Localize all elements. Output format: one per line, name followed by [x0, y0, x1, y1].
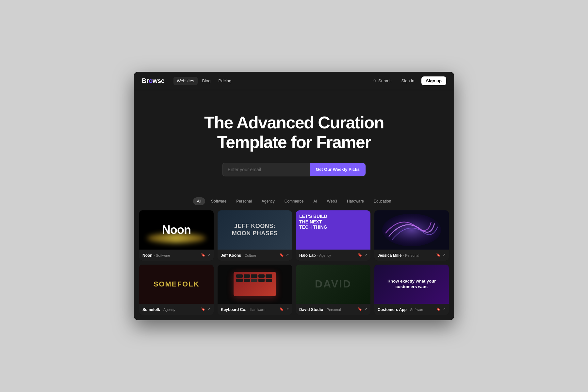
card-title-noon: Noon — [142, 253, 153, 258]
filter-web3[interactable]: Web3 — [323, 197, 341, 205]
card-title-jeffkoons: Jeff Koons — [221, 253, 241, 258]
signup-button[interactable]: Sign up — [421, 76, 446, 85]
email-input[interactable] — [222, 163, 310, 176]
card-thumb-jessica — [374, 210, 449, 250]
card-footer-jessica: Jessica Mille · Personal 🔖 ↗ — [374, 250, 449, 261]
card-title-keyboard: Keyboard Co. — [221, 307, 246, 312]
submit-button[interactable]: ✈ Submit — [371, 77, 394, 85]
card-category-somefolk: · Agency — [161, 308, 175, 312]
card-info-somefolk: Somefolk · Agency — [142, 306, 175, 312]
bookmark-icon-somefolk[interactable]: 🔖 — [201, 307, 205, 311]
card-info-customers: Customers App · Software — [378, 306, 424, 312]
bookmark-icon-keyboard[interactable]: 🔖 — [279, 307, 284, 311]
browser-window: Browse Websites Blog Pricing ✈ Submit Si… — [134, 72, 454, 320]
card-info-jessica: Jessica Mille · Personal — [378, 252, 419, 258]
card-info-jeffkoons: Jeff Koons · Culture — [221, 252, 256, 258]
card-actions-customers: 🔖 ↗ — [436, 307, 446, 311]
card-title-jessica: Jessica Mille — [378, 253, 401, 258]
card-title-halolab: Halo Lab — [299, 253, 316, 258]
customers-title-text: Know exactly what your customers want — [378, 279, 446, 290]
hero-title: The Advanced Curation Template for Frame… — [142, 113, 446, 152]
card-noon[interactable]: Noon Noon · Software 🔖 ↗ — [139, 210, 214, 261]
filter-all[interactable]: All — [193, 197, 205, 205]
card-thumb-noon: Noon — [139, 210, 214, 250]
noon-title-text: Noon — [162, 223, 191, 237]
nav-links: Websites Blog Pricing — [173, 77, 371, 85]
card-thumb-david: DAVID — [296, 265, 370, 304]
card-thumb-somefolk: SOMEFOLK — [139, 265, 214, 304]
external-link-icon-jeffkoons[interactable]: ↗ — [286, 253, 289, 257]
card-footer-keyboard: Keyboard Co. · Hardware 🔖 ↗ — [218, 304, 292, 315]
card-thumb-customers: Know exactly what your customers want — [374, 265, 449, 304]
submit-label: Submit — [378, 78, 391, 83]
external-link-icon-halolab[interactable]: ↗ — [364, 253, 367, 257]
card-david[interactable]: DAVID David Studio · Personal 🔖 ↗ — [296, 265, 370, 315]
bookmark-icon-david[interactable]: 🔖 — [358, 307, 362, 311]
card-grid: Noon Noon · Software 🔖 ↗ JEFF KOONS:MOON… — [134, 210, 454, 320]
card-actions-noon: 🔖 ↗ — [201, 253, 210, 257]
jeffkoons-title-text: JEFF KOONS:MOON PHASES — [232, 223, 278, 237]
card-footer-jeffkoons: Jeff Koons · Culture 🔖 ↗ — [218, 250, 292, 261]
card-info-david: David Studio · Personal — [299, 306, 341, 312]
signin-button[interactable]: Sign in — [398, 77, 418, 85]
filter-software[interactable]: Software — [207, 197, 230, 205]
card-customers[interactable]: Know exactly what your customers want Cu… — [374, 265, 449, 315]
card-actions-somefolk: 🔖 ↗ — [201, 307, 210, 311]
external-link-icon-jessica[interactable]: ↗ — [443, 253, 446, 257]
card-somefolk[interactable]: SOMEFOLK Somefolk · Agency 🔖 ↗ — [139, 265, 214, 315]
card-actions-jeffkoons: 🔖 ↗ — [279, 253, 289, 257]
nav-pricing[interactable]: Pricing — [215, 77, 235, 85]
david-title-text: DAVID — [315, 278, 351, 290]
card-title-somefolk: Somefolk — [142, 307, 160, 312]
card-info-keyboard: Keyboard Co. · Hardware — [221, 306, 265, 312]
navbar: Browse Websites Blog Pricing ✈ Submit Si… — [134, 72, 454, 90]
bookmark-icon-halolab[interactable]: 🔖 — [358, 253, 362, 257]
card-thumb-jeffkoons: JEFF KOONS:MOON PHASES — [218, 210, 292, 250]
card-actions-david: 🔖 ↗ — [358, 307, 367, 311]
card-actions-halolab: 🔖 ↗ — [358, 253, 367, 257]
email-form: Get Our Weekly Picks — [222, 163, 366, 176]
card-footer-customers: Customers App · Software 🔖 ↗ — [374, 304, 449, 315]
filter-ai[interactable]: AI — [309, 197, 321, 205]
card-thumb-keyboard — [218, 265, 292, 304]
card-category-jessica: · Personal — [403, 253, 419, 257]
send-icon: ✈ — [373, 79, 377, 83]
card-keyboard[interactable]: Keyboard Co. · Hardware 🔖 ↗ — [218, 265, 292, 315]
cta-button[interactable]: Get Our Weekly Picks — [310, 163, 366, 176]
bookmark-icon-jeffkoons[interactable]: 🔖 — [279, 253, 284, 257]
bookmark-icon-jessica[interactable]: 🔖 — [436, 253, 441, 257]
external-link-icon[interactable]: ↗ — [207, 253, 210, 257]
card-category-halolab: · Agency — [317, 253, 331, 257]
external-link-icon-keyboard[interactable]: ↗ — [286, 307, 289, 311]
card-category-jeffkoons: · Culture — [242, 253, 256, 257]
bookmark-icon-customers[interactable]: 🔖 — [436, 307, 441, 311]
card-category-keyboard: · Hardware — [248, 308, 265, 312]
nav-websites[interactable]: Websites — [173, 77, 197, 85]
card-footer-david: David Studio · Personal 🔖 ↗ — [296, 304, 370, 315]
card-title-customers: Customers App — [378, 307, 407, 312]
card-category-noon: · Software — [154, 253, 170, 257]
card-jessica[interactable]: Jessica Mille · Personal 🔖 ↗ — [374, 210, 449, 261]
card-halolab[interactable]: LET'S BUILDTHE NEXTTECH THING Halo Lab ·… — [296, 210, 370, 261]
nav-blog[interactable]: Blog — [199, 77, 214, 85]
card-actions-keyboard: 🔖 ↗ — [279, 307, 289, 311]
bookmark-icon[interactable]: 🔖 — [201, 253, 205, 257]
somefolk-title-text: SOMEFOLK — [154, 280, 200, 288]
filter-education[interactable]: Education — [370, 197, 395, 205]
card-thumb-halolab: LET'S BUILDTHE NEXTTECH THING — [296, 210, 370, 250]
filter-row: All Software Personal Agency Commerce AI… — [134, 189, 454, 210]
card-jeffkoons[interactable]: JEFF KOONS:MOON PHASES Jeff Koons · Cult… — [218, 210, 292, 261]
card-actions-jessica: 🔖 ↗ — [436, 253, 446, 257]
filter-agency[interactable]: Agency — [258, 197, 279, 205]
external-link-icon-customers[interactable]: ↗ — [443, 307, 446, 311]
card-info-halolab: Halo Lab · Agency — [299, 252, 331, 258]
card-footer-halolab: Halo Lab · Agency 🔖 ↗ — [296, 250, 370, 261]
card-footer-noon: Noon · Software 🔖 ↗ — [139, 250, 214, 261]
filter-hardware[interactable]: Hardware — [343, 197, 368, 205]
external-link-icon-david[interactable]: ↗ — [364, 307, 367, 311]
filter-commerce[interactable]: Commerce — [281, 197, 308, 205]
filter-personal[interactable]: Personal — [232, 197, 255, 205]
external-link-icon-somefolk[interactable]: ↗ — [207, 307, 210, 311]
jessica-swirl-graphic — [376, 210, 448, 250]
hero-section: The Advanced Curation Template for Frame… — [134, 90, 454, 189]
